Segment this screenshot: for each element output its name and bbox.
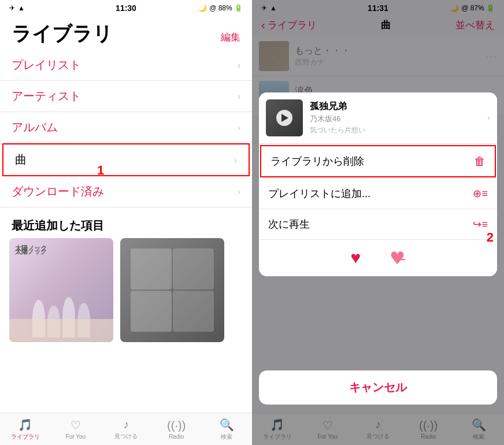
- album-thumb-taiyo[interactable]: 太陽ノック: [9, 238, 113, 342]
- status-bar-left: ✈ ▲ 11:30 🌙 @ 88% 🔋: [0, 0, 252, 16]
- right-status-icons-left: 🌙 @ 88% 🔋: [198, 4, 243, 12]
- bottom-nav-left: 🎵 ライブラリ ♡ For You ♪ 見つける ((·)) Radio 🔍 検…: [0, 413, 252, 445]
- play-next-action[interactable]: 次に再生 ↪≡: [259, 209, 497, 240]
- popup-song-title: 孤独兄弟: [310, 101, 480, 113]
- recent-albums-grid: 太陽ノック: [0, 238, 252, 342]
- popup-album-inner: [266, 99, 303, 136]
- popup-album-art: [266, 99, 303, 136]
- nav-radio-left[interactable]: ((·)) Radio: [151, 413, 202, 445]
- add-playlist-label: プレイリストに追加...: [268, 187, 370, 201]
- menu-item-playlist[interactable]: プレイリスト ›: [0, 50, 252, 81]
- left-header: ライブラリ 編集: [0, 16, 252, 50]
- search-nav-label: 検索: [221, 433, 232, 441]
- left-status-icons: ✈ ▲: [9, 4, 25, 12]
- album-thumb-2[interactable]: [120, 238, 224, 342]
- popup-song-album: 気づいたら片想い: [310, 125, 480, 135]
- play-next-icon: ↪≡: [473, 218, 488, 231]
- delete-label: ライブラリから削除: [270, 154, 364, 168]
- battery-icon: @ 88% 🔋: [209, 4, 243, 12]
- left-panel: ✈ ▲ 11:30 🌙 @ 88% 🔋 ライブラリ 編集 プレイリスト › アー…: [0, 0, 252, 445]
- play-circle: [276, 110, 292, 126]
- heart-icon: ♡: [71, 418, 81, 432]
- add-playlist-icon: ⊕≡: [473, 187, 488, 200]
- album-art-left: 太陽ノック: [9, 238, 113, 342]
- nav-search-left[interactable]: 🔍 検索: [202, 413, 252, 445]
- left-time: 11:30: [116, 3, 136, 13]
- badge-1: 1: [97, 163, 104, 178]
- menu-item-downloaded[interactable]: ダウンロード済み ›: [0, 176, 252, 207]
- library-nav-label: ライブラリ: [11, 433, 40, 441]
- airplane-icon: ✈: [9, 4, 15, 12]
- cancel-button[interactable]: キャンセル: [259, 370, 497, 405]
- search-icon: 🔍: [220, 418, 234, 432]
- popup-meta: 孤独兄弟 乃木坂46 気づいたら片想い: [310, 101, 480, 135]
- trash-icon: 🗑: [474, 155, 486, 168]
- context-popup: 孤独兄弟 乃木坂46 気づいたら片想い › ライブラリから削除 🗑 プレイリスト…: [259, 92, 497, 276]
- nav-foryou-left[interactable]: ♡ For You: [50, 413, 101, 445]
- figures-grid: [131, 249, 214, 332]
- downloaded-label: ダウンロード済み: [12, 184, 104, 199]
- chevron-icon: ›: [238, 187, 240, 197]
- library-title: ライブラリ: [12, 21, 113, 47]
- radio-nav-label: Radio: [169, 433, 184, 440]
- album-title-left: 太陽ノック: [15, 244, 47, 253]
- chevron-icon: ›: [234, 155, 237, 165]
- menu-list: プレイリスト › アーティスト › アルバム › 曲 › ダウンロード済み › …: [0, 50, 252, 413]
- artist-label: アーティスト: [12, 88, 81, 104]
- popup-header[interactable]: 孤独兄弟 乃木坂46 気づいたら片想い ›: [259, 92, 497, 144]
- edit-button[interactable]: 編集: [221, 31, 240, 47]
- unlove-button[interactable]: ♥̶: [390, 248, 405, 268]
- play-next-label: 次に再生: [268, 217, 310, 231]
- album-label: アルバム: [12, 120, 58, 135]
- delete-action[interactable]: ライブラリから削除 🗑: [261, 146, 495, 176]
- chevron-icon: ›: [238, 60, 240, 71]
- library-icon: 🎵: [18, 418, 32, 432]
- music-note-icon: ♪: [123, 418, 129, 431]
- badge-2: 2: [487, 230, 494, 245]
- add-playlist-action[interactable]: プレイリストに追加... ⊕≡: [259, 179, 497, 209]
- delete-action-wrapper: ライブラリから削除 🗑: [260, 145, 496, 177]
- menu-item-album[interactable]: アルバム ›: [0, 112, 252, 143]
- right-panel: ✈ ▲ 11:31 🌙 @ 87% 🔋 ‹ ライブラリ 曲 並べ替え ♪ もっと…: [252, 0, 504, 445]
- songs-label: 曲: [15, 152, 27, 168]
- discover-nav-label: 見つける: [114, 432, 138, 440]
- chevron-icon: ›: [238, 123, 240, 133]
- popup-hearts: ♥ ♥̶: [259, 240, 497, 276]
- radio-icon: ((·)): [167, 419, 186, 432]
- playlist-label: プレイリスト: [12, 57, 81, 73]
- popup-chevron-icon: ›: [487, 113, 490, 123]
- popup-song-artist: 乃木坂46: [310, 114, 480, 124]
- chevron-icon: ›: [238, 91, 240, 102]
- menu-item-artist[interactable]: アーティスト ›: [0, 81, 252, 112]
- nav-discover-left[interactable]: ♪ 見つける: [101, 413, 151, 445]
- wifi-icon: ▲: [18, 4, 25, 12]
- foryou-nav-label: For You: [66, 433, 86, 440]
- menu-item-songs[interactable]: 曲 ›: [2, 143, 250, 176]
- moon-icon: 🌙: [198, 4, 207, 12]
- play-triangle-icon: [281, 114, 288, 122]
- love-button[interactable]: ♥: [351, 248, 361, 268]
- album-art-right: [120, 238, 224, 342]
- recent-section-title: 最近追加した項目: [0, 207, 252, 238]
- nav-library[interactable]: 🎵 ライブラリ: [0, 413, 50, 445]
- cancel-popup: キャンセル: [259, 370, 497, 405]
